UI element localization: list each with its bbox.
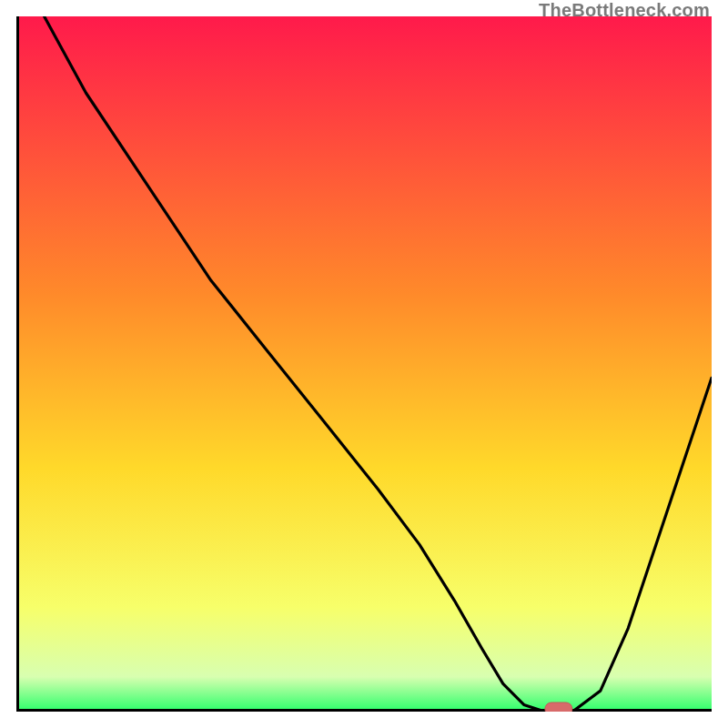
watermark-label: TheBottleneck.com bbox=[539, 0, 710, 21]
chart-svg bbox=[16, 16, 712, 712]
heat-background bbox=[16, 16, 712, 712]
optimum-marker bbox=[545, 703, 572, 712]
plot-area bbox=[16, 16, 712, 712]
chart-container: { "watermark": "TheBottleneck.com", "col… bbox=[0, 0, 728, 728]
